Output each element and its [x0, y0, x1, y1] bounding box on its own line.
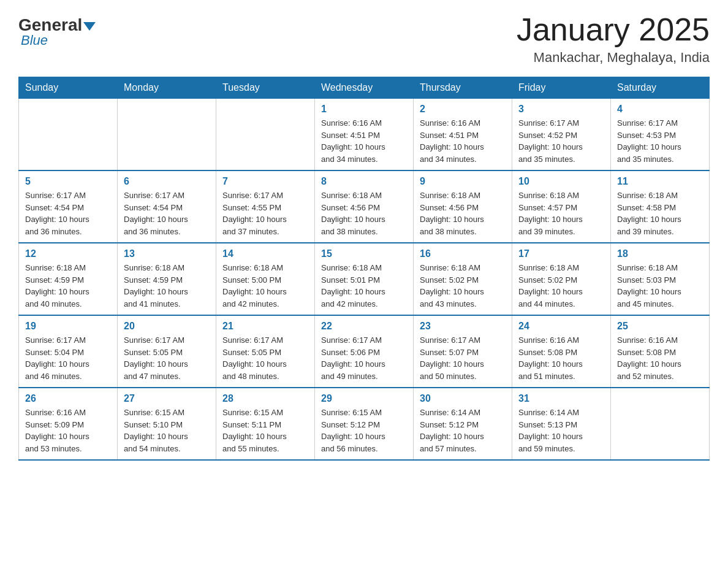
day-info: Sunrise: 6:17 AM Sunset: 5:06 PM Dayligh…: [321, 334, 407, 382]
calendar-cell: 2Sunrise: 6:16 AM Sunset: 4:51 PM Daylig…: [414, 99, 512, 171]
calendar-cell: 21Sunrise: 6:17 AM Sunset: 5:05 PM Dayli…: [216, 315, 315, 388]
day-info: Sunrise: 6:16 AM Sunset: 4:51 PM Dayligh…: [321, 117, 407, 165]
day-info: Sunrise: 6:18 AM Sunset: 5:02 PM Dayligh…: [420, 262, 506, 310]
day-number: 31: [518, 393, 604, 404]
day-info: Sunrise: 6:17 AM Sunset: 4:55 PM Dayligh…: [222, 190, 308, 237]
day-number: 4: [617, 104, 703, 115]
day-number: 11: [617, 176, 703, 187]
calendar-cell: 8Sunrise: 6:18 AM Sunset: 4:56 PM Daylig…: [315, 170, 414, 243]
calendar-cell: [19, 99, 118, 171]
day-number: 26: [25, 393, 111, 404]
day-info: Sunrise: 6:14 AM Sunset: 5:13 PM Dayligh…: [518, 407, 604, 454]
day-info: Sunrise: 6:17 AM Sunset: 5:05 PM Dayligh…: [124, 334, 210, 382]
weekday-header-row: SundayMondayTuesdayWednesdayThursdayFrid…: [19, 77, 710, 99]
calendar-week-5: 26Sunrise: 6:16 AM Sunset: 5:09 PM Dayli…: [19, 388, 710, 460]
day-info: Sunrise: 6:17 AM Sunset: 5:04 PM Dayligh…: [25, 334, 111, 382]
day-info: Sunrise: 6:15 AM Sunset: 5:10 PM Dayligh…: [124, 407, 210, 454]
day-number: 15: [321, 248, 407, 259]
day-number: 21: [222, 321, 308, 332]
weekday-header-friday: Friday: [512, 77, 611, 99]
day-number: 16: [420, 248, 506, 259]
weekday-header-thursday: Thursday: [414, 77, 512, 99]
day-info: Sunrise: 6:15 AM Sunset: 5:12 PM Dayligh…: [321, 407, 407, 454]
calendar-cell: 3Sunrise: 6:17 AM Sunset: 4:52 PM Daylig…: [512, 99, 611, 171]
calendar-cell: 30Sunrise: 6:14 AM Sunset: 5:12 PM Dayli…: [414, 388, 512, 460]
day-info: Sunrise: 6:16 AM Sunset: 5:08 PM Dayligh…: [617, 334, 703, 382]
location-title: Mankachar, Meghalaya, India: [517, 50, 710, 66]
calendar-cell: 24Sunrise: 6:16 AM Sunset: 5:08 PM Dayli…: [512, 315, 611, 388]
calendar-week-2: 5Sunrise: 6:17 AM Sunset: 4:54 PM Daylig…: [19, 170, 710, 243]
day-number: 2: [420, 104, 506, 115]
day-number: 9: [420, 176, 506, 187]
logo-blue-text: Blue: [21, 33, 97, 48]
day-info: Sunrise: 6:17 AM Sunset: 4:52 PM Dayligh…: [518, 117, 604, 165]
calendar-cell: 31Sunrise: 6:14 AM Sunset: 5:13 PM Dayli…: [512, 388, 611, 460]
calendar-cell: 27Sunrise: 6:15 AM Sunset: 5:10 PM Dayli…: [118, 388, 216, 460]
day-number: 24: [518, 321, 604, 332]
calendar-cell: 1Sunrise: 6:16 AM Sunset: 4:51 PM Daylig…: [315, 99, 414, 171]
day-number: 19: [25, 321, 111, 332]
day-number: 17: [518, 248, 604, 259]
day-info: Sunrise: 6:18 AM Sunset: 4:57 PM Dayligh…: [518, 190, 604, 237]
day-info: Sunrise: 6:18 AM Sunset: 4:58 PM Dayligh…: [617, 190, 703, 237]
day-number: 13: [124, 248, 210, 259]
calendar-cell: 4Sunrise: 6:17 AM Sunset: 4:53 PM Daylig…: [611, 99, 710, 171]
day-number: 5: [25, 176, 111, 187]
day-number: 18: [617, 248, 703, 259]
day-number: 22: [321, 321, 407, 332]
header: General Blue January 2025 Mankachar, Meg…: [18, 12, 710, 66]
day-info: Sunrise: 6:17 AM Sunset: 4:53 PM Dayligh…: [617, 117, 703, 165]
weekday-header-tuesday: Tuesday: [216, 77, 315, 99]
weekday-header-monday: Monday: [118, 77, 216, 99]
day-info: Sunrise: 6:18 AM Sunset: 4:56 PM Dayligh…: [420, 190, 506, 237]
calendar-cell: 9Sunrise: 6:18 AM Sunset: 4:56 PM Daylig…: [414, 170, 512, 243]
calendar-cell: 13Sunrise: 6:18 AM Sunset: 4:59 PM Dayli…: [118, 243, 216, 315]
title-area: January 2025 Mankachar, Meghalaya, India: [517, 12, 710, 66]
day-info: Sunrise: 6:18 AM Sunset: 5:02 PM Dayligh…: [518, 262, 604, 310]
calendar-cell: [611, 388, 710, 460]
day-number: 14: [222, 248, 308, 259]
day-info: Sunrise: 6:14 AM Sunset: 5:12 PM Dayligh…: [420, 407, 506, 454]
calendar-cell: 10Sunrise: 6:18 AM Sunset: 4:57 PM Dayli…: [512, 170, 611, 243]
calendar-cell: 7Sunrise: 6:17 AM Sunset: 4:55 PM Daylig…: [216, 170, 315, 243]
day-number: 6: [124, 176, 210, 187]
day-info: Sunrise: 6:17 AM Sunset: 4:54 PM Dayligh…: [25, 190, 111, 237]
day-info: Sunrise: 6:18 AM Sunset: 4:59 PM Dayligh…: [25, 262, 111, 310]
day-info: Sunrise: 6:18 AM Sunset: 5:01 PM Dayligh…: [321, 262, 407, 310]
calendar-cell: 29Sunrise: 6:15 AM Sunset: 5:12 PM Dayli…: [315, 388, 414, 460]
day-number: 28: [222, 393, 308, 404]
day-info: Sunrise: 6:18 AM Sunset: 4:56 PM Dayligh…: [321, 190, 407, 237]
day-info: Sunrise: 6:18 AM Sunset: 4:59 PM Dayligh…: [124, 262, 210, 310]
day-number: 30: [420, 393, 506, 404]
calendar-cell: 19Sunrise: 6:17 AM Sunset: 5:04 PM Dayli…: [19, 315, 118, 388]
calendar-cell: 20Sunrise: 6:17 AM Sunset: 5:05 PM Dayli…: [118, 315, 216, 388]
logo: General Blue: [18, 12, 97, 48]
calendar-week-1: 1Sunrise: 6:16 AM Sunset: 4:51 PM Daylig…: [19, 99, 710, 171]
day-info: Sunrise: 6:16 AM Sunset: 4:51 PM Dayligh…: [420, 117, 506, 165]
day-info: Sunrise: 6:17 AM Sunset: 4:54 PM Dayligh…: [124, 190, 210, 237]
weekday-header-saturday: Saturday: [611, 77, 710, 99]
day-info: Sunrise: 6:16 AM Sunset: 5:09 PM Dayligh…: [25, 407, 111, 454]
day-number: 12: [25, 248, 111, 259]
day-info: Sunrise: 6:15 AM Sunset: 5:11 PM Dayligh…: [222, 407, 308, 454]
day-info: Sunrise: 6:16 AM Sunset: 5:08 PM Dayligh…: [518, 334, 604, 382]
calendar-week-4: 19Sunrise: 6:17 AM Sunset: 5:04 PM Dayli…: [19, 315, 710, 388]
day-number: 27: [124, 393, 210, 404]
day-number: 7: [222, 176, 308, 187]
day-number: 25: [617, 321, 703, 332]
calendar-table: SundayMondayTuesdayWednesdayThursdayFrid…: [18, 77, 710, 461]
day-number: 8: [321, 176, 407, 187]
calendar-cell: 6Sunrise: 6:17 AM Sunset: 4:54 PM Daylig…: [118, 170, 216, 243]
calendar-cell: 15Sunrise: 6:18 AM Sunset: 5:01 PM Dayli…: [315, 243, 414, 315]
calendar-cell: [118, 99, 216, 171]
day-info: Sunrise: 6:18 AM Sunset: 5:00 PM Dayligh…: [222, 262, 308, 310]
calendar-cell: 18Sunrise: 6:18 AM Sunset: 5:03 PM Dayli…: [611, 243, 710, 315]
day-info: Sunrise: 6:17 AM Sunset: 5:07 PM Dayligh…: [420, 334, 506, 382]
calendar-cell: 12Sunrise: 6:18 AM Sunset: 4:59 PM Dayli…: [19, 243, 118, 315]
calendar-cell: 22Sunrise: 6:17 AM Sunset: 5:06 PM Dayli…: [315, 315, 414, 388]
calendar-cell: 14Sunrise: 6:18 AM Sunset: 5:00 PM Dayli…: [216, 243, 315, 315]
calendar-cell: 26Sunrise: 6:16 AM Sunset: 5:09 PM Dayli…: [19, 388, 118, 460]
calendar-cell: 16Sunrise: 6:18 AM Sunset: 5:02 PM Dayli…: [414, 243, 512, 315]
day-info: Sunrise: 6:17 AM Sunset: 5:05 PM Dayligh…: [222, 334, 308, 382]
day-number: 20: [124, 321, 210, 332]
